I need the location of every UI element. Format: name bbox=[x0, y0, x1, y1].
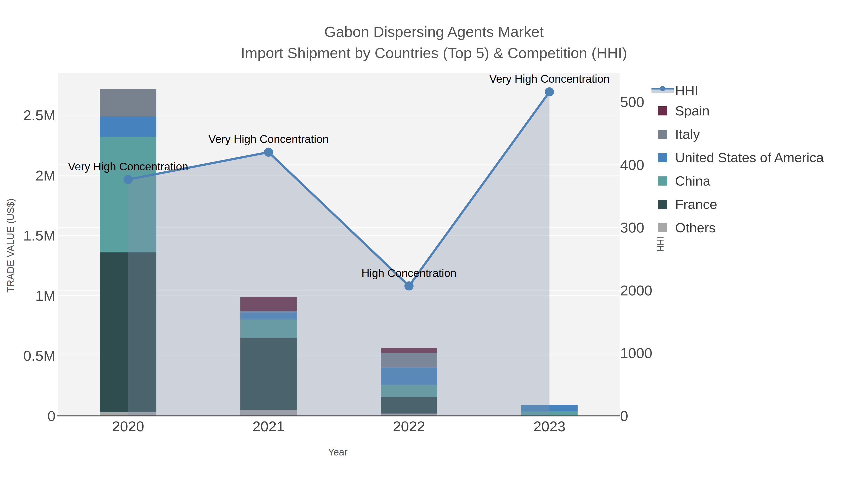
legend-swatch-united-states-of-america bbox=[658, 153, 667, 162]
annotation-2023: Very High Concentration bbox=[489, 72, 610, 85]
y-right-tick-1000: 1000 bbox=[620, 345, 652, 361]
chart-plot: Very High ConcentrationVery High Concent… bbox=[0, 0, 868, 488]
legend-label-united-states-of-america: United States of America bbox=[675, 150, 824, 165]
hhi-marker-2023[interactable] bbox=[545, 87, 554, 96]
legend-item-china[interactable]: China bbox=[658, 173, 711, 189]
legend-item-others[interactable]: Others bbox=[658, 220, 716, 235]
legend-label-france: France bbox=[675, 197, 717, 212]
legend-item-spain[interactable]: Spain bbox=[658, 103, 710, 118]
hhi-marker-2020[interactable] bbox=[123, 175, 133, 184]
bar-segment-italy-2020[interactable] bbox=[100, 89, 156, 117]
y-right-tick-300: 300 bbox=[620, 220, 644, 236]
y-right-tick-0: 0 bbox=[620, 408, 628, 424]
legend-label-hhi: HHI bbox=[675, 83, 698, 98]
hhi-marker-2022[interactable] bbox=[404, 282, 413, 291]
legend-swatch-spain bbox=[658, 106, 667, 116]
legend-label-china: China bbox=[675, 173, 711, 189]
annotation-2020: Very High Concentration bbox=[68, 160, 188, 173]
y-left-tick-1M: 1M bbox=[35, 288, 56, 304]
chart-title: Gabon Dispersing Agents Market Import Sh… bbox=[0, 21, 868, 64]
annotation-2021: Very High Concentration bbox=[208, 133, 329, 145]
y-left-tick-2M: 2M bbox=[35, 167, 56, 184]
hhi-marker-2021[interactable] bbox=[264, 148, 273, 157]
x-tick-2022: 2022 bbox=[393, 418, 425, 434]
legend-swatch-china bbox=[658, 176, 667, 186]
y-right-tick-400: 400 bbox=[620, 157, 644, 173]
x-tick-2023: 2023 bbox=[533, 418, 565, 434]
y-left-tick-2.5M: 2.5M bbox=[23, 107, 56, 123]
chart-title-line1: Gabon Dispersing Agents Market bbox=[0, 21, 868, 42]
legend-swatch-france bbox=[658, 200, 667, 209]
y-right-tick-500: 500 bbox=[620, 94, 644, 110]
x-tick-2020: 2020 bbox=[112, 418, 144, 434]
legend-item-france[interactable]: France bbox=[658, 197, 717, 212]
annotation-2022: High Concentration bbox=[362, 267, 457, 279]
legend-label-italy: Italy bbox=[675, 127, 700, 142]
legend-item-united-states-of-america[interactable]: United States of America bbox=[658, 150, 824, 165]
legend-label-spain: Spain bbox=[675, 103, 710, 118]
x-axis-title: Year bbox=[328, 447, 348, 457]
x-tick-2021: 2021 bbox=[252, 418, 284, 434]
legend: HHISpainItalyUnited States of AmericaChi… bbox=[651, 83, 824, 235]
y-right-tick-2000: 2000 bbox=[620, 283, 652, 299]
y-right-axis-title: HHI bbox=[656, 237, 665, 252]
chart-canvas: { "title": { "line1": "Gabon Dispersing … bbox=[0, 0, 868, 488]
y-left-tick-0.5M: 0.5M bbox=[23, 348, 56, 364]
legend-swatch-italy bbox=[658, 130, 667, 139]
chart-title-line2: Import Shipment by Countries (Top 5) & C… bbox=[0, 42, 868, 64]
y-left-axis-title: TRADE VALUE (US$) bbox=[5, 199, 16, 293]
legend-swatch-others bbox=[658, 223, 667, 232]
legend-item-italy[interactable]: Italy bbox=[658, 127, 700, 142]
legend-label-others: Others bbox=[675, 220, 716, 235]
y-left-tick-1.5M: 1.5M bbox=[23, 227, 56, 243]
legend-hhi-marker-icon bbox=[660, 86, 665, 91]
bar-segment-united-states-of-america-2020[interactable] bbox=[100, 117, 156, 137]
legend-item-hhi[interactable]: HHI bbox=[651, 83, 698, 98]
y-left-tick-0: 0 bbox=[48, 408, 56, 424]
